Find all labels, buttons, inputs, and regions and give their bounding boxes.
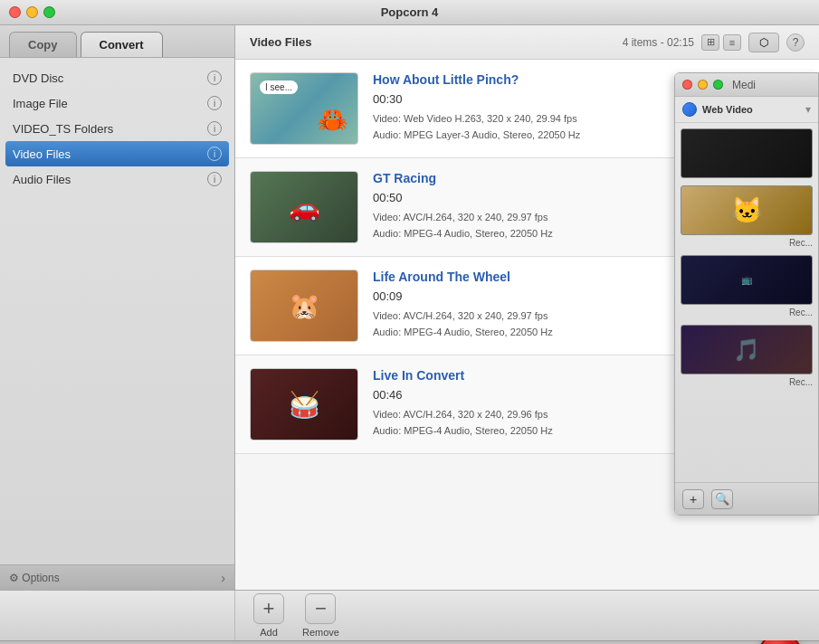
view-icons: ⊞ ≡ [701,34,741,51]
media-thumb-label-2: Rec... [681,238,813,248]
info-icon-videofiles[interactable]: i [207,147,222,161]
sidebar-label-image-file: Image File [13,97,68,110]
media-panel-title: Medi [732,79,756,91]
media-thumb-1 [681,128,813,178]
info-icon-dvd[interactable]: i [207,71,222,85]
sidebar-item-dvd-disc[interactable]: DVD Disc i [0,65,234,90]
media-thumb-3: 📺 [681,255,813,305]
media-thumb-item-2[interactable]: 🐱 Rec... [681,185,813,248]
minimize-button[interactable] [26,6,38,18]
media-panel-title-bar: Medi [675,73,818,97]
sidebar-item-image-file[interactable]: Image File i [0,90,234,116]
status-bar: ROXIO Apple TV - Best ⚙ 14.4 MB Space Re… [0,640,819,644]
info-icon-image[interactable]: i [207,96,222,110]
media-thumb-label-3: Rec... [681,308,813,317]
media-panel-maximize[interactable] [713,80,723,90]
content-header: Video Files 4 items - 02:15 ⊞ ≡ ⬡ ? [235,25,819,60]
media-add-button[interactable]: + [682,489,704,509]
media-panel-minimize[interactable] [698,80,708,90]
remove-icon: − [305,593,336,624]
window-title: Popcorn 4 [381,5,439,19]
options-bar[interactable]: ⚙ Options › [0,564,234,590]
window-controls [9,6,55,18]
media-panel-close[interactable] [682,80,692,90]
info-icon-audio[interactable]: i [207,172,222,186]
tab-bar: Copy Convert [0,25,234,58]
toolbar-center: + Add − Remove [235,593,819,638]
sidebar-item-video-ts[interactable]: VIDEO_TS Folders i [0,116,234,141]
thumbnail-4: 🥁 [250,368,358,440]
media-panel-footer: + 🔍 [675,482,818,515]
sidebar-item-audio-files[interactable]: Audio Files i [0,166,234,192]
remove-label: Remove [302,627,339,638]
tab-copy[interactable]: Copy [9,32,77,57]
media-thumb-label-4: Rec... [681,377,813,387]
media-thumb-item-1[interactable] [681,128,813,178]
options-label: ⚙ Options [9,572,60,584]
web-video-label[interactable]: Web Video [702,104,753,115]
share-button[interactable]: ⬡ [748,33,779,52]
media-search-button[interactable]: 🔍 [711,489,733,509]
close-button[interactable] [9,6,21,18]
header-chevron-icon: ▾ [805,103,811,116]
media-thumb-item-4[interactable]: 🎵 Rec... [681,325,813,387]
globe-icon [682,102,697,117]
sidebar-label-video-files: Video Files [13,147,71,161]
media-thumb-2: 🐱 [681,185,813,235]
grid-view-button[interactable]: ⊞ [701,34,719,51]
options-chevron-icon: › [221,571,225,585]
sidebar-label-dvd-disc: DVD Disc [13,71,63,85]
tab-convert[interactable]: Convert [81,32,163,57]
media-panel: Medi Web Video ▾ 🐱 Rec... 📺 Rec... 🎵 Rec… [674,72,819,516]
content-title: Video Files [250,35,311,49]
help-icon: ? [793,36,799,49]
sidebar: Copy Convert DVD Disc i Image File i VID… [0,25,235,590]
toolbar-left [0,591,235,640]
remove-button[interactable]: − Remove [302,593,339,638]
thumbnail-3: 🐹 [250,270,358,342]
add-button[interactable]: + Add [253,593,284,638]
sidebar-items: DVD Disc i Image File i VIDEO_TS Folders… [0,58,234,564]
media-thumb-4: 🎵 [681,325,813,374]
media-panel-header: Web Video ▾ [675,97,818,123]
sidebar-label-audio-files: Audio Files [13,173,71,186]
list-view-button[interactable]: ≡ [723,34,741,51]
thumbnail-1: I see... 🦀 [250,72,358,145]
add-label: Add [260,627,278,638]
media-thumbs: 🐱 Rec... 📺 Rec... 🎵 Rec... [675,123,818,482]
title-bar: Popcorn 4 [0,0,819,25]
items-count: 4 items - 02:15 [623,36,694,49]
bottom-toolbar: + Add − Remove [0,590,819,640]
help-button[interactable]: ? [786,33,805,52]
thumbnail-2: 🚗 [250,171,358,243]
media-thumb-item-3[interactable]: 📺 Rec... [681,255,813,317]
info-icon-videots[interactable]: i [207,121,222,136]
maximize-button[interactable] [43,6,55,18]
share-icon: ⬡ [759,36,768,49]
sidebar-item-video-files[interactable]: Video Files i [5,141,229,166]
sidebar-label-video-ts: VIDEO_TS Folders [13,122,113,136]
header-right: 4 items - 02:15 ⊞ ≡ ⬡ ? [623,33,805,52]
add-icon: + [253,593,284,624]
